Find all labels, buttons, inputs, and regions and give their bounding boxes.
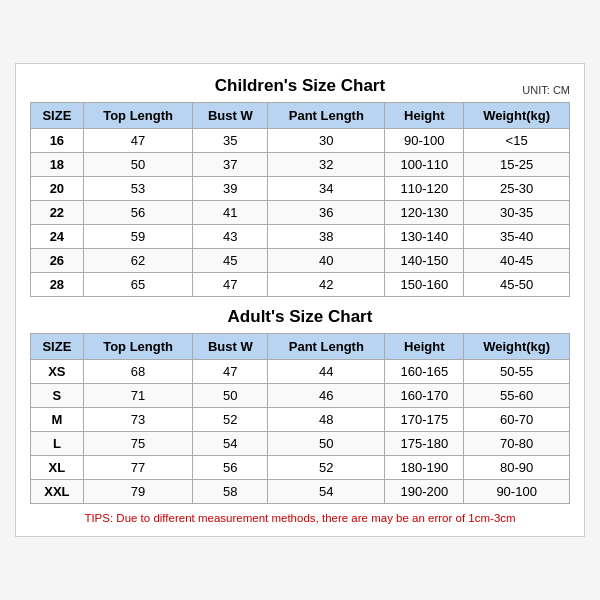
table-row: XXL795854190-20090-100 xyxy=(31,480,570,504)
table-row: XS684744160-16550-55 xyxy=(31,360,570,384)
children-col-height: Height xyxy=(385,103,464,129)
table-row: L755450175-18070-80 xyxy=(31,432,570,456)
tips-text: TIPS: Due to different measurement metho… xyxy=(30,512,570,524)
adults-col-pant-length: Pant Length xyxy=(268,334,385,360)
children-col-pant-length: Pant Length xyxy=(268,103,385,129)
table-row: 28654742150-16045-50 xyxy=(31,273,570,297)
size-chart-container: Children's Size Chart UNIT: CM SIZE Top … xyxy=(15,63,585,537)
children-col-weight: Weight(kg) xyxy=(464,103,570,129)
table-row: 22564136120-13030-35 xyxy=(31,201,570,225)
adults-col-size: SIZE xyxy=(31,334,84,360)
children-header-row: SIZE Top Length Bust W Pant Length Heigh… xyxy=(31,103,570,129)
table-row: 20533934110-12025-30 xyxy=(31,177,570,201)
adults-col-weight: Weight(kg) xyxy=(464,334,570,360)
table-row: XL775652180-19080-90 xyxy=(31,456,570,480)
adults-col-bust-w: Bust W xyxy=(193,334,268,360)
adults-table: SIZE Top Length Bust W Pant Length Heigh… xyxy=(30,333,570,504)
adults-section: Adult's Size Chart SIZE Top Length Bust … xyxy=(30,307,570,504)
table-row: 26624540140-15040-45 xyxy=(31,249,570,273)
adults-col-height: Height xyxy=(385,334,464,360)
adults-title: Adult's Size Chart xyxy=(228,307,373,327)
table-row: 18503732100-11015-25 xyxy=(31,153,570,177)
children-col-bust-w: Bust W xyxy=(193,103,268,129)
children-title-row: Children's Size Chart UNIT: CM xyxy=(30,76,570,96)
table-row: M735248170-17560-70 xyxy=(31,408,570,432)
children-col-top-length: Top Length xyxy=(83,103,193,129)
unit-label: UNIT: CM xyxy=(522,84,570,96)
table-row: 24594338130-14035-40 xyxy=(31,225,570,249)
table-row: 1647353090-100<15 xyxy=(31,129,570,153)
adults-header-row: SIZE Top Length Bust W Pant Length Heigh… xyxy=(31,334,570,360)
children-title: Children's Size Chart xyxy=(215,76,385,96)
adults-title-row: Adult's Size Chart xyxy=(30,307,570,327)
children-col-size: SIZE xyxy=(31,103,84,129)
children-table: SIZE Top Length Bust W Pant Length Heigh… xyxy=(30,102,570,297)
table-row: S715046160-17055-60 xyxy=(31,384,570,408)
adults-col-top-length: Top Length xyxy=(83,334,193,360)
